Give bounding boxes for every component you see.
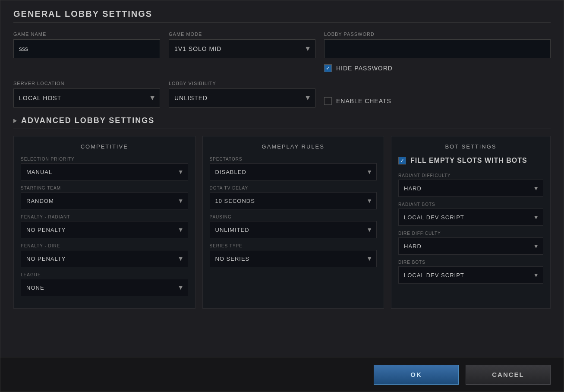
dota-tv-delay-select[interactable]: 2 MINUTES 10 SECONDS NO DELAY bbox=[210, 192, 377, 209]
series-type-label: SERIES TYPE bbox=[210, 243, 377, 248]
penalty-radiant-label: PENALTY - RADIANT bbox=[21, 215, 188, 219]
radiant-difficulty-select[interactable]: PASSIVE EASY MEDIUM HARD UNFAIR bbox=[398, 180, 543, 197]
game-mode-group: GAME MODE ALL PICK 1V1 SOLO MID CAPTAINS… bbox=[169, 32, 315, 58]
fill-bots-label: FILL EMPTY SLOTS WITH BOTS bbox=[410, 157, 527, 164]
radiant-bots-select[interactable]: DEFAULT LOCAL DEV SCRIPT bbox=[398, 209, 543, 226]
pausing-select[interactable]: UNLIMITED LIMITED DISABLED bbox=[210, 221, 377, 238]
bot-settings-panel: BOT SETTINGS FILL EMPTY SLOTS WITH BOTS … bbox=[391, 136, 551, 309]
lobby-visibility-group: LOBBY VISIBILITY PUBLIC FRIENDS UNLISTED… bbox=[169, 81, 315, 107]
bot-settings-panel-title: BOT SETTINGS bbox=[398, 143, 543, 150]
hide-password-checkbox[interactable] bbox=[324, 64, 332, 72]
enable-cheats-row[interactable]: ENABLE CHEATS bbox=[324, 97, 391, 105]
lobby-password-input[interactable] bbox=[324, 39, 551, 58]
game-name-group: GAME NAME bbox=[13, 32, 160, 58]
league-select[interactable]: NONE bbox=[21, 279, 188, 296]
enable-cheats-label: ENABLE CHEATS bbox=[336, 98, 391, 104]
advanced-title-text: ADVANCED LOBBY SETTINGS bbox=[21, 116, 154, 125]
enable-cheats-group: ENABLE CHEATS bbox=[324, 81, 391, 107]
series-type-field: SERIES TYPE NO SERIES BO3 BO5 ▼ bbox=[210, 243, 377, 267]
starting-team-wrapper: RANDOM RADIANT DIRE ▼ bbox=[21, 192, 188, 209]
lobby-visibility-label: LOBBY VISIBILITY bbox=[169, 81, 315, 86]
pausing-label: PAUSING bbox=[210, 215, 377, 219]
hide-password-label: Hide Password bbox=[336, 65, 393, 72]
lobby-visibility-select[interactable]: PUBLIC FRIENDS UNLISTED PRIVATE bbox=[169, 89, 315, 107]
main-container: GENERAL LOBBY SETTINGS GAME NAME GAME MO… bbox=[0, 0, 564, 392]
selection-priority-label: SELECTION PRIORITY bbox=[21, 157, 188, 161]
fill-bots-checkbox[interactable] bbox=[398, 157, 406, 164]
ok-button[interactable]: OK bbox=[374, 365, 459, 385]
competitive-panel-title: COMPETITIVE bbox=[21, 143, 188, 150]
penalty-dire-wrapper: NO PENALTY LOW MEDIUM HIGH ▼ bbox=[21, 250, 188, 267]
selection-priority-field: SELECTION PRIORITY MANUAL AUTOMATIC RAND… bbox=[21, 157, 188, 180]
radiant-difficulty-field: RADIANT DIFFICULTY PASSIVE EASY MEDIUM H… bbox=[398, 173, 543, 197]
advanced-title: ADVANCED LOBBY SETTINGS bbox=[13, 116, 551, 129]
radiant-bots-label: RADIANT BOTS bbox=[398, 202, 543, 207]
league-label: LEAGUE bbox=[21, 272, 188, 277]
penalty-radiant-select[interactable]: NO PENALTY LOW MEDIUM HIGH bbox=[21, 221, 188, 238]
game-mode-select-wrapper: ALL PICK 1V1 SOLO MID CAPTAINS MODE RAND… bbox=[169, 39, 315, 58]
dota-tv-delay-label: DOTA TV DELAY bbox=[210, 186, 377, 190]
radiant-difficulty-wrapper: PASSIVE EASY MEDIUM HARD UNFAIR ▼ bbox=[398, 180, 543, 197]
penalty-dire-field: PENALTY - DIRE NO PENALTY LOW MEDIUM HIG… bbox=[21, 243, 188, 267]
enable-cheats-checkbox[interactable] bbox=[324, 97, 332, 105]
server-location-label: SERVER LOCATION bbox=[13, 81, 160, 86]
competitive-panel: COMPETITIVE SELECTION PRIORITY MANUAL AU… bbox=[13, 136, 195, 309]
game-name-label: GAME NAME bbox=[13, 32, 160, 37]
hide-password-row[interactable]: Hide Password bbox=[324, 64, 551, 72]
penalty-dire-select[interactable]: NO PENALTY LOW MEDIUM HIGH bbox=[21, 250, 188, 267]
spectators-field: SPECTATORS DISABLED ENABLED RADIANT ONLY… bbox=[210, 157, 377, 180]
general-settings-row2: SERVER LOCATION LOCAL HOST US EAST EU WE… bbox=[13, 81, 551, 107]
spectators-wrapper: DISABLED ENABLED RADIANT ONLY DIRE ONLY … bbox=[210, 163, 377, 180]
collapse-triangle-icon[interactable] bbox=[13, 119, 17, 123]
general-settings-row1: GAME NAME GAME MODE ALL PICK 1V1 SOLO MI… bbox=[13, 32, 551, 72]
cancel-button[interactable]: CANCEL bbox=[466, 365, 551, 385]
selection-priority-select[interactable]: MANUAL AUTOMATIC RANDOM bbox=[21, 163, 188, 180]
starting-team-label: STARTING TEAM bbox=[21, 186, 188, 190]
server-location-group: SERVER LOCATION LOCAL HOST US EAST EU WE… bbox=[13, 81, 160, 107]
dire-difficulty-field: DIRE DIFFICULTY PASSIVE EASY MEDIUM HARD… bbox=[398, 231, 543, 255]
series-type-wrapper: NO SERIES BO3 BO5 ▼ bbox=[210, 250, 377, 267]
lobby-password-label: LOBBY PASSWORD bbox=[324, 32, 551, 37]
gameplay-panel-title: GAMEPLAY RULES bbox=[210, 143, 377, 150]
content-area: GENERAL LOBBY SETTINGS GAME NAME GAME MO… bbox=[0, 0, 564, 357]
dire-bots-field: DIRE BOTS DEFAULT LOCAL DEV SCRIPT ▼ bbox=[398, 260, 543, 284]
lobby-visibility-select-wrapper: PUBLIC FRIENDS UNLISTED PRIVATE ▼ bbox=[169, 89, 315, 107]
radiant-bots-field: RADIANT BOTS DEFAULT LOCAL DEV SCRIPT ▼ bbox=[398, 202, 543, 226]
dire-difficulty-label: DIRE DIFFICULTY bbox=[398, 231, 543, 236]
lobby-password-group: LOBBY PASSWORD Hide Password bbox=[324, 32, 551, 72]
dire-bots-select[interactable]: DEFAULT LOCAL DEV SCRIPT bbox=[398, 266, 543, 284]
penalty-dire-label: PENALTY - DIRE bbox=[21, 243, 188, 248]
league-field: LEAGUE NONE ▼ bbox=[21, 272, 188, 296]
gameplay-panel: GAMEPLAY RULES SPECTATORS DISABLED ENABL… bbox=[202, 136, 384, 309]
radiant-bots-wrapper: DEFAULT LOCAL DEV SCRIPT ▼ bbox=[398, 209, 543, 226]
penalty-radiant-field: PENALTY - RADIANT NO PENALTY LOW MEDIUM … bbox=[21, 215, 188, 238]
dire-bots-wrapper: DEFAULT LOCAL DEV SCRIPT ▼ bbox=[398, 266, 543, 284]
pausing-wrapper: UNLIMITED LIMITED DISABLED ▼ bbox=[210, 221, 377, 238]
starting-team-select[interactable]: RANDOM RADIANT DIRE bbox=[21, 192, 188, 209]
dire-difficulty-wrapper: PASSIVE EASY MEDIUM HARD UNFAIR ▼ bbox=[398, 237, 543, 255]
starting-team-field: STARTING TEAM RANDOM RADIANT DIRE ▼ bbox=[21, 186, 188, 209]
game-mode-label: GAME MODE bbox=[169, 32, 315, 37]
server-location-select-wrapper: LOCAL HOST US EAST EU WEST SINGAPORE ▼ bbox=[13, 89, 160, 107]
spectators-select[interactable]: DISABLED ENABLED RADIANT ONLY DIRE ONLY bbox=[210, 163, 377, 180]
penalty-radiant-wrapper: NO PENALTY LOW MEDIUM HIGH ▼ bbox=[21, 221, 188, 238]
advanced-panels: COMPETITIVE SELECTION PRIORITY MANUAL AU… bbox=[13, 136, 551, 309]
dota-tv-delay-field: DOTA TV DELAY 2 MINUTES 10 SECONDS NO DE… bbox=[210, 186, 377, 209]
league-wrapper: NONE ▼ bbox=[21, 279, 188, 296]
series-type-select[interactable]: NO SERIES BO3 BO5 bbox=[210, 250, 377, 267]
game-mode-select[interactable]: ALL PICK 1V1 SOLO MID CAPTAINS MODE RAND… bbox=[169, 39, 315, 58]
server-location-select[interactable]: LOCAL HOST US EAST EU WEST SINGAPORE bbox=[13, 89, 160, 107]
radiant-difficulty-label: RADIANT DIFFICULTY bbox=[398, 173, 543, 178]
dota-tv-delay-wrapper: 2 MINUTES 10 SECONDS NO DELAY ▼ bbox=[210, 192, 377, 209]
fill-bots-row[interactable]: FILL EMPTY SLOTS WITH BOTS bbox=[398, 157, 543, 164]
pausing-field: PAUSING UNLIMITED LIMITED DISABLED ▼ bbox=[210, 215, 377, 238]
dire-bots-label: DIRE BOTS bbox=[398, 260, 543, 265]
general-title: GENERAL LOBBY SETTINGS bbox=[13, 9, 551, 23]
selection-priority-wrapper: MANUAL AUTOMATIC RANDOM ▼ bbox=[21, 163, 188, 180]
spectators-label: SPECTATORS bbox=[210, 157, 377, 161]
game-name-input[interactable] bbox=[13, 39, 160, 58]
footer: OK CANCEL bbox=[0, 357, 564, 392]
dire-difficulty-select[interactable]: PASSIVE EASY MEDIUM HARD UNFAIR bbox=[398, 237, 543, 255]
password-options: Hide Password bbox=[324, 64, 551, 72]
